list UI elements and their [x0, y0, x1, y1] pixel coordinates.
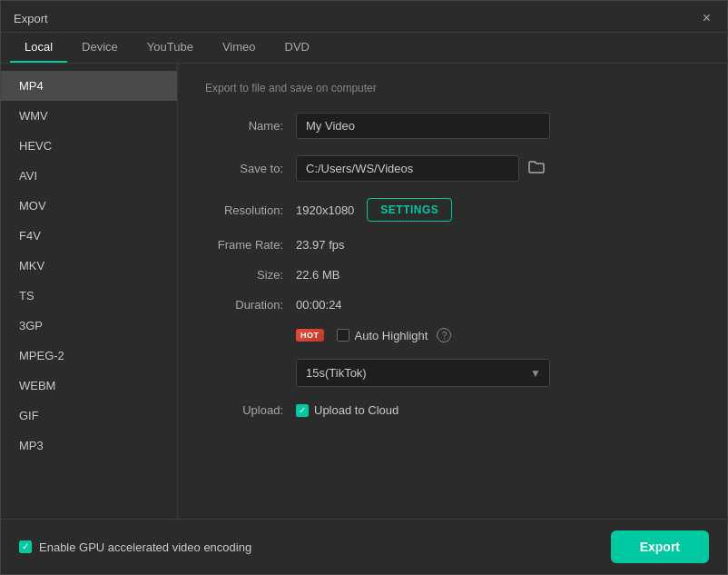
highlight-dropdown-row: 15s(TikTok) 30s(Instagram) 60s(YouTube) …: [205, 359, 700, 387]
content-area: Export to file and save on computer Name…: [178, 64, 727, 519]
frame-rate-value: 23.97 fps: [296, 238, 345, 252]
resolution-label: Resolution:: [205, 203, 296, 217]
upload-checkbox-group: Upload to Cloud: [296, 403, 398, 417]
save-to-label: Save to:: [205, 162, 296, 175]
help-icon[interactable]: ?: [437, 328, 451, 342]
sidebar: MP4 WMV HEVC AVI MOV F4V MKV TS 3GP MPEG…: [1, 64, 178, 519]
save-to-input[interactable]: [296, 155, 519, 182]
name-row: Name:: [205, 113, 700, 139]
gpu-checkbox[interactable]: [19, 540, 32, 553]
sidebar-item-3gp[interactable]: 3GP: [1, 311, 177, 341]
duration-row: Duration: 00:00:24: [205, 298, 700, 312]
hot-badge: HOT: [296, 329, 324, 342]
sidebar-item-mpeg2[interactable]: MPEG-2: [1, 341, 177, 371]
sidebar-item-f4v[interactable]: F4V: [1, 221, 177, 251]
bottom-bar: Enable GPU accelerated video encoding Ex…: [1, 519, 727, 574]
duration-value: 00:00:24: [296, 298, 342, 312]
sidebar-item-wmv[interactable]: WMV: [1, 101, 177, 131]
close-button[interactable]: ×: [699, 10, 714, 26]
title-bar: Export ×: [1, 1, 727, 33]
sidebar-item-gif[interactable]: GIF: [1, 401, 177, 431]
export-subtitle: Export to file and save on computer: [205, 82, 700, 94]
sidebar-item-mp4[interactable]: MP4: [1, 71, 177, 101]
auto-highlight-checkbox[interactable]: [337, 329, 349, 342]
sidebar-item-webm[interactable]: WEBM: [1, 371, 177, 401]
tab-vimeo[interactable]: Vimeo: [208, 33, 271, 63]
settings-button[interactable]: SETTINGS: [367, 198, 452, 222]
sidebar-item-ts[interactable]: TS: [1, 281, 177, 311]
export-button[interactable]: Export: [611, 530, 709, 563]
size-value: 22.6 MB: [296, 268, 339, 282]
save-to-row: Save to:: [205, 155, 700, 182]
frame-rate-row: Frame Rate: 23.97 fps: [205, 238, 700, 252]
folder-browse-button[interactable]: [523, 156, 550, 182]
sidebar-item-mkv[interactable]: MKV: [1, 251, 177, 281]
auto-highlight-row: HOT Auto Highlight ?: [205, 328, 700, 342]
tab-device[interactable]: Device: [67, 33, 133, 63]
auto-highlight-label: Auto Highlight: [355, 329, 428, 342]
upload-to-cloud-checkbox[interactable]: [296, 404, 309, 417]
frame-rate-label: Frame Rate:: [205, 238, 296, 252]
upload-label: Upload:: [205, 403, 296, 417]
duration-label: Duration:: [205, 298, 296, 312]
size-label: Size:: [205, 268, 296, 282]
export-window: Export × Local Device YouTube Vimeo DVD …: [0, 0, 728, 575]
sidebar-item-mov[interactable]: MOV: [1, 191, 177, 221]
resolution-value: 1920x1080: [296, 203, 354, 217]
upload-to-cloud-label: Upload to Cloud: [314, 403, 398, 417]
name-input[interactable]: [296, 113, 550, 139]
resolution-value-group: 1920x1080 SETTINGS: [296, 198, 452, 222]
resolution-row: Resolution: 1920x1080 SETTINGS: [205, 198, 700, 222]
sidebar-item-avi[interactable]: AVI: [1, 161, 177, 191]
sidebar-item-hevc[interactable]: HEVC: [1, 131, 177, 161]
gpu-checkbox-group: Enable GPU accelerated video encoding: [19, 540, 251, 554]
highlight-dropdown[interactable]: 15s(TikTok) 30s(Instagram) 60s(YouTube): [296, 359, 550, 387]
main-content: MP4 WMV HEVC AVI MOV F4V MKV TS 3GP MPEG…: [1, 64, 727, 519]
sidebar-item-mp3[interactable]: MP3: [1, 431, 177, 461]
size-row: Size: 22.6 MB: [205, 268, 700, 282]
tab-local[interactable]: Local: [10, 33, 67, 63]
tab-dvd[interactable]: DVD: [271, 33, 324, 63]
highlight-dropdown-group: 15s(TikTok) 30s(Instagram) 60s(YouTube) …: [296, 359, 550, 387]
save-to-field: [296, 155, 550, 182]
tab-bar: Local Device YouTube Vimeo DVD: [1, 33, 727, 64]
window-title: Export: [14, 12, 48, 25]
auto-highlight-group: HOT Auto Highlight ?: [296, 328, 451, 342]
name-label: Name:: [205, 119, 296, 133]
tab-youtube[interactable]: YouTube: [133, 33, 208, 63]
upload-row: Upload: Upload to Cloud: [205, 403, 700, 417]
gpu-label: Enable GPU accelerated video encoding: [39, 540, 251, 554]
